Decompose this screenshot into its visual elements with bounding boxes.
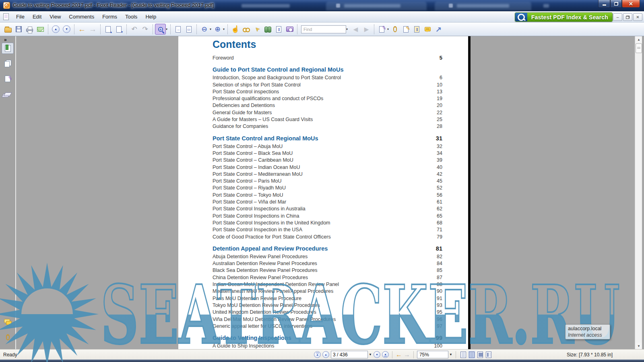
reflow-button[interactable] xyxy=(241,24,252,35)
select-text-button[interactable]: I xyxy=(273,24,284,35)
go-back-button[interactable]: ← xyxy=(76,24,87,35)
layout-single-page-button[interactable] xyxy=(460,352,466,358)
back-arrow-icon: ← xyxy=(78,25,86,33)
select-annotation-button[interactable]: ➤ xyxy=(252,24,262,35)
plugin-banner-label: Fastest PDF Index & Search xyxy=(527,13,612,21)
zoom-in-button[interactable]: ⊕ xyxy=(212,24,223,35)
distance-tool-button[interactable]: ↗ xyxy=(433,24,444,35)
scroll-down-button[interactable]: ▼ xyxy=(636,343,642,349)
attach-file-button[interactable] xyxy=(390,24,400,35)
zoom-level-display[interactable]: 75% xyxy=(417,351,448,358)
toc-row: Port State Control Inspections in Austra… xyxy=(213,206,442,212)
next-page-button-status[interactable]: ▼ xyxy=(374,351,380,358)
snapshot-button[interactable] xyxy=(284,24,295,35)
go-forward-button[interactable]: → xyxy=(87,24,98,35)
bookmarks-icon xyxy=(5,45,11,52)
next-view-button[interactable]: ▼ xyxy=(61,24,72,35)
email-button[interactable] xyxy=(35,24,46,35)
scroll-up-button[interactable]: ▲ xyxy=(636,36,642,43)
find-input[interactable] xyxy=(301,25,346,33)
select-text-icon: I xyxy=(276,26,281,33)
document-close-button[interactable]: ✕ xyxy=(633,13,642,21)
toc-row: Port State Control – Tokyo MoU56 xyxy=(213,192,442,199)
open-button[interactable] xyxy=(2,24,13,35)
typewriter-button[interactable]: I xyxy=(411,24,422,35)
toc-row: Port State Control – Black Sea MoU34 xyxy=(213,150,442,157)
background-browser-favicon-ghost xyxy=(449,4,453,8)
find-next-button[interactable]: ▶ xyxy=(361,24,372,35)
next-page-button[interactable]: ▾ xyxy=(114,24,124,35)
toc-row: Port State Control – Abuja MoU32 xyxy=(213,143,442,150)
foxit-app-icon[interactable] xyxy=(3,2,10,9)
page-number-input[interactable] xyxy=(331,351,368,358)
note-tool-button[interactable]: ✎ xyxy=(376,24,387,35)
down-arrow-icon: ▼ xyxy=(63,25,70,33)
note-tool-icon: ✎ xyxy=(379,26,384,33)
toc-section-heading: Guide to Vetting Inspections99 xyxy=(213,334,442,342)
note-tool-dropdown[interactable]: ▾ xyxy=(387,27,389,31)
zoom-out-icon: ⊖ xyxy=(201,26,207,33)
zoom-out-button[interactable]: ⊖ xyxy=(199,24,210,35)
menu-item-edit[interactable]: Edit xyxy=(29,12,45,21)
previous-view-button[interactable]: ▲ xyxy=(50,24,61,35)
sidebar-item-attachments[interactable] xyxy=(2,331,14,343)
sidebar-item-annotations[interactable] xyxy=(2,73,14,84)
zoom-out-dropdown[interactable]: ▾ xyxy=(210,27,211,31)
previous-view-icon[interactable]: ← xyxy=(396,352,402,358)
next-view-icon[interactable]: → xyxy=(404,352,410,358)
window-minimize-button[interactable] xyxy=(598,0,610,8)
last-page-button[interactable]: ▼ xyxy=(382,351,389,358)
previous-page-button-status[interactable]: ▲ xyxy=(322,351,329,358)
layout-facing-button[interactable] xyxy=(477,352,483,358)
zoom-dropdown[interactable]: ▼ xyxy=(449,353,452,356)
pencil-tool-button[interactable]: ✎ xyxy=(400,24,411,35)
document-size-label: Size: [7.93 * 10.85 in] xyxy=(567,352,613,358)
undo-button[interactable]: ↶ xyxy=(129,24,140,35)
save-button[interactable] xyxy=(13,24,24,35)
save-icon xyxy=(16,26,22,32)
toc-section: Guide to Port State Control and Regional… xyxy=(213,66,442,130)
layout-continuous-facing-button[interactable] xyxy=(486,352,491,358)
hand-tool-button[interactable]: ☝ xyxy=(230,24,241,35)
redo-button[interactable]: ↷ xyxy=(140,24,151,35)
document-restore-button[interactable] xyxy=(623,13,632,21)
first-page-button[interactable]: ▲ xyxy=(314,351,321,358)
sidebar-item-pages[interactable] xyxy=(2,58,14,69)
layout-continuous-button[interactable] xyxy=(469,352,475,358)
menu-item-forms[interactable]: Forms xyxy=(98,12,121,21)
menu-item-file[interactable]: File xyxy=(12,12,29,21)
sidebar-item-comments[interactable] xyxy=(2,316,14,327)
scrollbar-thumb[interactable] xyxy=(636,43,642,53)
marquee-zoom-button[interactable] xyxy=(155,24,166,35)
toc-row: Port State Control – Caribbean MoU39 xyxy=(213,157,442,164)
toc-section-heading: Guide to Port State Control and Regional… xyxy=(213,66,442,74)
zoom-tool-dropdown[interactable]: ▾ xyxy=(166,27,167,31)
zoom-in-dropdown[interactable]: ▾ xyxy=(223,27,225,31)
menu-item-help[interactable]: Help xyxy=(141,12,160,21)
toc-row: Port State Control Inspection in the USA… xyxy=(213,226,442,233)
toc-row: United Kingdom Detention Review Procedur… xyxy=(213,309,442,316)
find-previous-button[interactable]: ◀ xyxy=(350,24,361,35)
previous-page-button[interactable]: ▴ xyxy=(103,24,114,35)
fit-page-button[interactable]: ▭ xyxy=(184,24,194,35)
toc-row: Abuja Detention Review Panel Procedures8… xyxy=(213,253,442,260)
print-button[interactable] xyxy=(24,24,35,35)
title-bar: Guide to vetting Proceed 2017.pdf - Foxi… xyxy=(0,0,644,11)
window-close-button[interactable]: ✕ xyxy=(622,0,640,8)
menu-item-tools[interactable]: Tools xyxy=(121,12,141,21)
menu-item-comments[interactable]: Comments xyxy=(65,12,98,21)
window-restore-button[interactable] xyxy=(610,0,622,8)
page-dropdown[interactable]: ▼ xyxy=(369,353,372,356)
find-dropdown[interactable]: ▾ xyxy=(346,27,348,31)
sidebar-item-layers[interactable] xyxy=(2,88,14,100)
plugin-banner[interactable]: Fastest PDF Index & Search xyxy=(515,12,613,22)
fit-width-button[interactable]: ↔ xyxy=(173,24,184,35)
sidebar-item-bookmarks[interactable] xyxy=(2,43,14,54)
menu-item-view[interactable]: View xyxy=(45,12,65,21)
note-comment-button[interactable] xyxy=(422,24,433,35)
vertical-scrollbar[interactable]: ▲ ▼ xyxy=(635,36,642,349)
sidebar-collapse-icon[interactable]: » xyxy=(4,37,7,43)
toc-row: Paris MoU Detention Review Procedure91 xyxy=(213,295,442,302)
document-minimize-button[interactable]: – xyxy=(613,13,622,21)
search-button[interactable] xyxy=(262,24,273,35)
